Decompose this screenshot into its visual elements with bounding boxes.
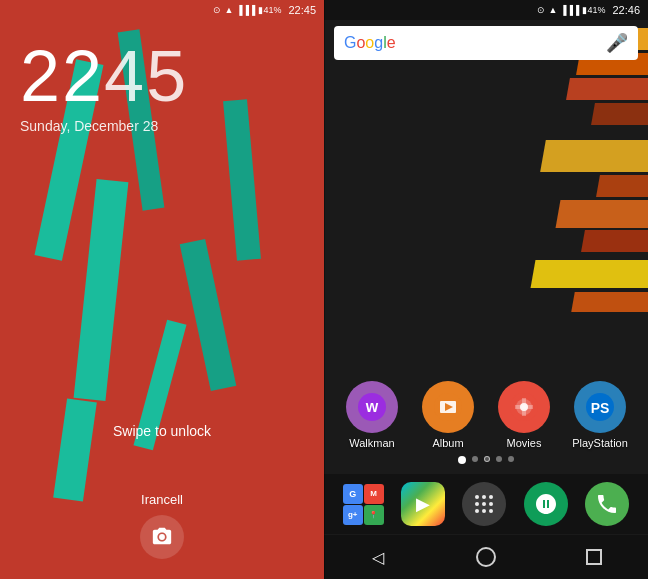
walkman-app[interactable]: w Walkman	[342, 381, 402, 449]
lock-time: 22:45	[288, 4, 316, 16]
google-plus-dock-icon: g+	[343, 505, 363, 525]
lock-bottom-area: Irancell	[0, 492, 324, 559]
gmail-dock-icon: M	[364, 484, 384, 504]
mic-icon[interactable]: 🎤	[606, 32, 628, 54]
google-maps-dock[interactable]: G M g+ 📍	[343, 484, 384, 525]
dot-4[interactable]	[496, 456, 502, 462]
svg-point-20	[482, 509, 486, 513]
walkman-label: Walkman	[349, 437, 394, 449]
page-dots	[324, 456, 648, 464]
lock-screen: ⊙ ▲ ▐▐▐ ▮41% 22:45 2245 Sunday, December…	[0, 0, 324, 579]
hangouts-icon	[534, 492, 558, 516]
camera-shortcut[interactable]	[140, 515, 184, 559]
svg-point-16	[475, 502, 479, 506]
svg-point-14	[482, 495, 486, 499]
swipe-to-unlock[interactable]: Swipe to unlock	[0, 423, 324, 439]
back-button[interactable]: ◁	[358, 537, 398, 577]
recents-button[interactable]	[574, 537, 614, 577]
svg-point-10	[520, 403, 528, 411]
walkman-icon: w	[346, 381, 398, 433]
svg-point-13	[475, 495, 479, 499]
lock-hours: 22	[20, 36, 104, 116]
playstation-icon: PS	[574, 381, 626, 433]
album-svg	[433, 392, 463, 422]
home-battery-icon: ▮41%	[582, 5, 605, 15]
phone-dock[interactable]	[585, 482, 629, 526]
lock-status-bar: ⊙ ▲ ▐▐▐ ▮41% 22:45	[0, 0, 324, 20]
nav-bar: ◁	[324, 535, 648, 579]
phone-icon	[595, 492, 619, 516]
svg-text:w: w	[365, 398, 379, 415]
movies-svg	[509, 392, 539, 422]
svg-point-19	[475, 509, 479, 513]
all-apps-icon	[472, 492, 496, 516]
svg-text:PS: PS	[591, 400, 610, 416]
movies-label: Movies	[507, 437, 542, 449]
album-app[interactable]: Album	[418, 381, 478, 449]
lock-clock: 2245	[20, 40, 304, 112]
maps-dock-icon: 📍	[364, 505, 384, 525]
google-g: G	[344, 34, 356, 51]
play-store-dock[interactable]: ▶	[401, 482, 445, 526]
all-apps-dock[interactable]	[462, 482, 506, 526]
lock-wifi-icon: ▲	[224, 5, 233, 15]
svg-point-17	[482, 502, 486, 506]
playstation-svg: PS	[585, 392, 615, 422]
playstation-app[interactable]: PS PlayStation	[570, 381, 630, 449]
dot-3[interactable]	[484, 456, 490, 462]
home-screen: ⊙ ▲ ▐▐▐ ▮41% 22:46 Google 🎤 w Walkman	[324, 0, 648, 579]
album-label: Album	[432, 437, 463, 449]
recents-icon	[586, 549, 602, 565]
walkman-svg: w	[357, 392, 387, 422]
google-logo: Google	[344, 34, 396, 52]
carrier-name: Irancell	[141, 492, 183, 507]
lock-time-display: 2245 Sunday, December 28	[0, 20, 324, 134]
hangouts-dock[interactable]	[524, 482, 568, 526]
home-sim-icon: ⊙	[537, 5, 545, 15]
dot-2[interactable]	[472, 456, 478, 462]
google-dock-icon: G	[343, 484, 363, 504]
home-button[interactable]	[466, 537, 506, 577]
camera-icon	[151, 526, 173, 548]
home-wifi-icon: ▲	[548, 5, 557, 15]
lock-battery-icon: ▮41%	[258, 5, 281, 15]
album-icon	[422, 381, 474, 433]
dot-5[interactable]	[508, 456, 514, 462]
svg-point-15	[489, 495, 493, 499]
play-store-icon: ▶	[416, 493, 430, 515]
home-status-icons: ⊙ ▲ ▐▐▐ ▮41% 22:46	[537, 4, 640, 16]
home-status-bar: ⊙ ▲ ▐▐▐ ▮41% 22:46	[324, 0, 648, 20]
playstation-label: PlayStation	[572, 437, 628, 449]
home-time: 22:46	[612, 4, 640, 16]
lock-minutes: 45	[104, 36, 188, 116]
screen-divider	[324, 0, 325, 579]
lock-status-icons: ⊙ ▲ ▐▐▐ ▮41% 22:45	[213, 4, 316, 16]
lock-signal-icon: ▐▐▐	[236, 5, 255, 15]
dot-1[interactable]	[458, 456, 466, 464]
lock-date: Sunday, December 28	[20, 118, 304, 134]
home-icon	[476, 547, 496, 567]
movies-icon	[498, 381, 550, 433]
lock-sim-icon: ⊙	[213, 5, 221, 15]
svg-point-21	[489, 509, 493, 513]
dock-area: G M g+ 📍 ▶	[324, 474, 648, 534]
svg-point-0	[159, 534, 165, 540]
home-signal-icon: ▐▐▐	[560, 5, 579, 15]
back-icon: ◁	[372, 548, 384, 567]
google-search-bar[interactable]: Google 🎤	[334, 26, 638, 60]
app-icons-row: w Walkman Album	[324, 381, 648, 449]
svg-point-18	[489, 502, 493, 506]
movies-app[interactable]: Movies	[494, 381, 554, 449]
